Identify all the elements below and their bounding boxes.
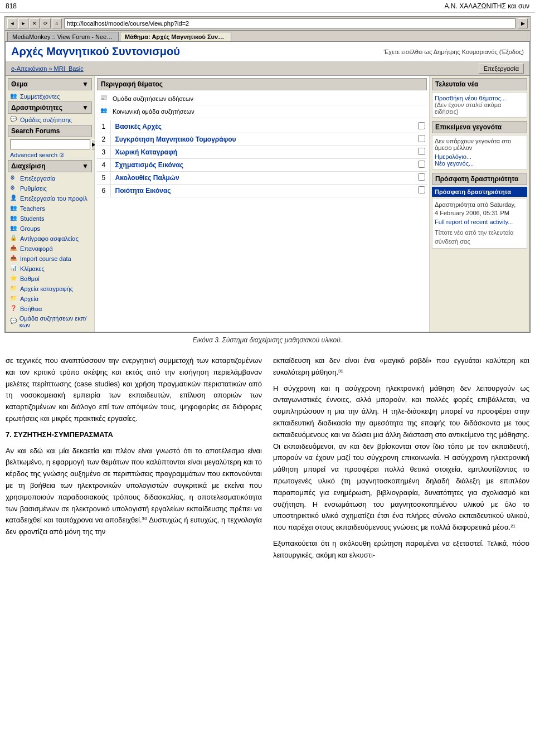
go-button[interactable]: ▶ — [518, 18, 528, 28]
new-event-link[interactable]: Νέο γεγονός... — [435, 160, 524, 167]
course-number: 3 — [97, 146, 110, 159]
author-name: Α.Ν. ΧΑΛΑΖΩΝΙΤΗΣ και συν — [444, 2, 529, 10]
forward-button[interactable]: ► — [18, 18, 28, 28]
sidebar-item-profile-edit[interactable]: 👤 Επεξεργασία του προφίλ — [8, 193, 92, 203]
add-topic-link[interactable]: Προσθήκη νέου θέματος... — [435, 95, 524, 101]
no-news-text: (Δεν έχουν σταλεί ακόμα ειδήσεις) — [435, 101, 524, 115]
tabs-row: MediaMonkey :: View Forum - Need Help? Μ… — [5, 31, 530, 41]
logs-icon: 📁 — [10, 285, 18, 293]
breadcrumb[interactable]: e-Απεικόνιση » MRI_Basic — [11, 65, 84, 72]
sidebar-item-groups[interactable]: 👥 Groups — [8, 224, 92, 234]
right-sidebar: Τελευταία νέα Προσθήκη νέου θέματος... (… — [429, 76, 529, 332]
sidebar-item-help[interactable]: ❓ Βοήθεια — [8, 304, 92, 314]
course-checkbox[interactable] — [416, 159, 427, 172]
sidebar-item-files[interactable]: 📁 Αρχεία — [8, 294, 92, 304]
teachers-icon: 👥 — [10, 205, 18, 212]
sidebar-item-logs[interactable]: 📁 Αρχεία καταγραφής — [8, 284, 92, 294]
stop-button[interactable]: ✕ — [30, 18, 40, 28]
user-info: Έχετε εισέλθει ως Δημήτρης Κουμαριανός (… — [384, 49, 524, 55]
article-para-2: Αν και εδώ και μία δεκαετία και πλέον εί… — [6, 445, 262, 538]
table-row: 3 Χωρική Καταγραφή — [97, 146, 427, 159]
article-right-para-3: Εξυπακούεται ότι η ακόλουθη ερώτηση παρα… — [273, 538, 529, 561]
course-name[interactable]: Χωρική Καταγραφή — [110, 146, 416, 159]
tab-mediamonkey[interactable]: MediaMonkey :: View Forum - Need Help? — [7, 32, 119, 41]
article-right-para-2: Η σύγχρονη και η ασύγχρονη ηλεκτρονική μ… — [273, 383, 529, 534]
sidebar-item-students[interactable]: 👥 Students — [8, 214, 92, 224]
participants-icon: 👥 — [10, 93, 18, 100]
article-right-para-1: εκπαίδευση και δεν είναι ένα «μαγικό ραβ… — [273, 355, 529, 379]
sidebar-item-restore[interactable]: 📤 Επαναφορά — [8, 244, 92, 254]
upcoming-events-section: Επικείμενα γεγονότα Δεν υπάρχουν γεγονότ… — [432, 121, 527, 169]
home-button[interactable]: ⌂ — [52, 18, 62, 28]
no-new-activity: Τίποτε νέο από την τελευταία σύνδεσή σας — [435, 229, 524, 246]
sidebar-section-admin[interactable]: Διαχείριση ▼ — [8, 160, 92, 172]
activity-report-link[interactable]: Full report of recent activity... — [435, 218, 524, 226]
article-body: σε τεχνικές που αναπτύσσουν την ενεργητι… — [0, 350, 535, 571]
course-name[interactable]: Ποιότητα Εικόνας — [110, 185, 416, 197]
settings-icon: ⚙ — [10, 185, 18, 192]
upcoming-events-content: Δεν υπάρχουν γεγονότα στο άμεσο μέλλον Η… — [432, 135, 527, 169]
social-forum-icon: 👥 — [100, 107, 109, 116]
page-header: 818 Α.Ν. ΧΑΛΑΖΩΝΙΤΗΣ και συν — [0, 0, 535, 13]
sidebar-item-forums[interactable]: 💬 Ομάδες συζήτησης — [8, 115, 92, 125]
article-section-heading: 7. ΣΥΖΗΤΗΣΗ-ΣΥΜΠΕΡΑΣΜΑΤΑ — [6, 429, 262, 441]
page-number: 818 — [6, 2, 17, 10]
back-button[interactable]: ◄ — [7, 18, 17, 28]
no-events-text: Δεν υπάρχουν γεγονότα στο άμεσο μέλλον — [435, 138, 524, 151]
moodle-header: Αρχές Μαγνητικού Συντονισμού Έχετε εισέλ… — [6, 42, 529, 62]
forums-icon: 💬 — [10, 116, 18, 124]
center-content: Περιγραφή θέματος 📰 Ομάδα συζητήσεων ειδ… — [95, 76, 429, 332]
refresh-button[interactable]: ⟳ — [41, 18, 51, 28]
course-checkbox[interactable] — [416, 133, 427, 146]
sidebar-item-grades[interactable]: ⭐ Βαθμοί — [8, 274, 92, 284]
sidebar-item-participants[interactable]: 👥 Συμμετέχοντες — [8, 91, 92, 101]
forum-group-social[interactable]: 👥 Κοινωνική ομάδα συζητήσεων — [97, 105, 427, 118]
course-name[interactable]: Συγκρότηση Μαγνητικού Τομογράφου — [110, 133, 416, 146]
article-right-col: εκπαίδευση και δεν είναι ένα «μαγικό ραβ… — [273, 355, 529, 566]
course-name[interactable]: Ακολουθίες Παλμών — [110, 172, 416, 185]
article-left-col: σε τεχνικές που αναπτύσσουν την ενεργητι… — [6, 355, 262, 566]
course-checkbox[interactable] — [416, 120, 427, 133]
calendar-link[interactable]: Ημερολόγιο... — [435, 153, 524, 160]
sidebar-item-teachers[interactable]: 👥 Teachers — [8, 203, 92, 214]
address-text: http://localhost/moodle/course/view.php?… — [67, 20, 189, 27]
course-name[interactable]: Βασικές Αρχές — [110, 120, 416, 133]
sidebar-section-thema[interactable]: Θεμα ▼ — [8, 78, 92, 90]
address-bar[interactable]: http://localhost/moodle/course/view.php?… — [64, 18, 515, 28]
table-row: 6 Ποιότητα Εικόνας — [97, 185, 427, 197]
sidebar-item-backup[interactable]: 🔒 Αντίγραφο ασφαλείας — [8, 234, 92, 244]
sidebar-item-import[interactable]: 📥 Import course data — [8, 254, 92, 264]
grades-icon: ⭐ — [10, 275, 18, 283]
article-para-1: σε τεχνικές που αναπτύσσουν την ενεργητι… — [6, 355, 262, 425]
sidebar-item-edit[interactable]: ⚙ Επεξεργασία — [8, 173, 92, 183]
students-icon: 👥 — [10, 215, 18, 222]
course-number: 5 — [97, 172, 110, 185]
sidebar-item-settings[interactable]: ⚙ Ρυθμίσεις — [8, 183, 92, 193]
forum-teachers-icon: 💬 — [10, 318, 17, 326]
advanced-search-link[interactable]: Advanced search ② — [8, 151, 92, 160]
search-input[interactable] — [10, 139, 90, 149]
course-checkbox[interactable] — [416, 146, 427, 159]
course-name[interactable]: Σχηματισμός Εικόνας — [110, 159, 416, 172]
edit-icon: ⚙ — [10, 175, 18, 182]
tab-moodle[interactable]: Μάθημα: Αρχές Μαγνητικού Συντονισμ... — [120, 32, 231, 41]
sidebar-item-forum-teachers[interactable]: 💬 Ομάδα συζητήσεων εκπ/κων — [8, 314, 92, 329]
news-forum-icon: 📰 — [100, 94, 109, 103]
course-number: 4 — [97, 159, 110, 172]
recent-activity-highlight: Πρόσφατη δραστηριότητα — [432, 187, 527, 197]
latest-news-section: Τελευταία νέα Προσθήκη νέου θέματος... (… — [432, 78, 527, 118]
sidebar-item-scales[interactable]: 📊 Κλίμακες — [8, 264, 92, 274]
sidebar-section-activities[interactable]: Δραστηριότητες ▼ — [8, 101, 92, 114]
latest-news-content: Προσθήκη νέου θέματος... (Δεν έχουν σταλ… — [432, 92, 527, 118]
browser-window: ◄ ► ✕ ⟳ ⌂ http://localhost/moodle/course… — [4, 16, 531, 333]
moodle-title: Αρχές Μαγνητικού Συντονισμού — [11, 45, 180, 58]
forum-group-news[interactable]: 📰 Ομάδα συζητήσεων ειδήσεων — [97, 93, 427, 105]
course-table: 1 Βασικές Αρχές 2 Συγκρότηση Μαγνητικού … — [97, 120, 427, 197]
course-checkbox[interactable] — [416, 185, 427, 197]
course-checkbox[interactable] — [416, 172, 427, 185]
sidebar-section-search[interactable]: Search Forums — [8, 125, 92, 137]
nav-buttons: ◄ ► ✕ ⟳ ⌂ — [7, 18, 62, 28]
activity-box: Δραστηριότητα από Saturday,4 February 20… — [432, 198, 527, 249]
figure-caption: Εικόνα 3. Σύστημα διαχείρισης μαθησιακού… — [0, 336, 535, 344]
edit-button[interactable]: Επεξεργασία — [479, 64, 524, 74]
